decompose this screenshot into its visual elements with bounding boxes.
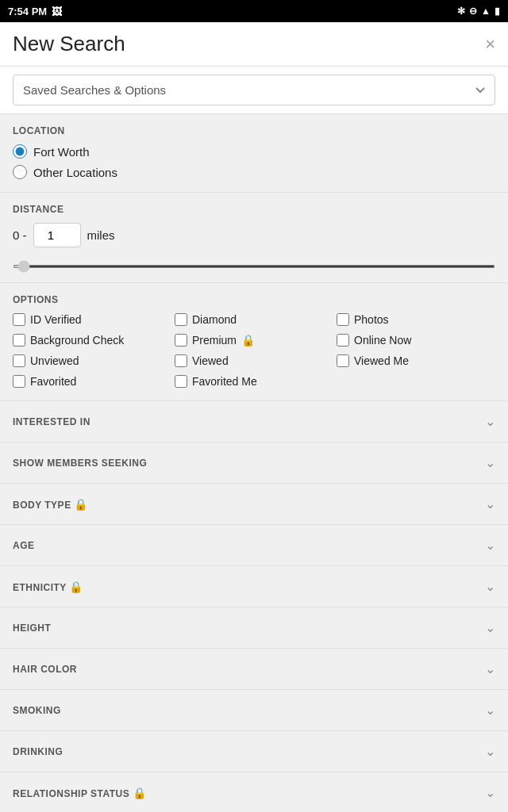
favorited-me-label: Favorited Me bbox=[192, 375, 257, 388]
section-age-title: AGE bbox=[13, 540, 35, 551]
relationship-status-lock-icon: 🔒 bbox=[133, 787, 147, 799]
collapsibles-container: INTERESTED IN ⌄ SHOW MEMBERS SEEKING ⌄ B… bbox=[0, 400, 508, 812]
section-interested-in: INTERESTED IN ⌄ bbox=[0, 400, 508, 442]
checkbox-premium[interactable]: Premium 🔒 bbox=[175, 334, 333, 347]
section-ethnicity: ETHNICITY 🔒 ⌄ bbox=[0, 565, 508, 607]
section-body-type-title: BODY TYPE 🔒 bbox=[13, 498, 88, 511]
time: 7:54 PM bbox=[8, 6, 47, 17]
checkbox-favorited-me[interactable]: Favorited Me bbox=[175, 375, 333, 388]
online-now-label: Online Now bbox=[354, 334, 411, 347]
fort-worth-radio[interactable] bbox=[13, 144, 27, 159]
id-verified-checkbox[interactable] bbox=[13, 313, 25, 326]
distance-min: 0 - bbox=[13, 228, 27, 242]
favorited-checkbox[interactable] bbox=[13, 375, 25, 388]
section-ethnicity-title: ETHNICITY 🔒 bbox=[13, 580, 83, 593]
options-section-label: OPTIONS bbox=[13, 294, 495, 305]
section-body-type: BODY TYPE 🔒 ⌄ bbox=[0, 483, 508, 524]
favorited-label: Favorited bbox=[30, 375, 76, 388]
other-locations-radio[interactable] bbox=[13, 165, 27, 179]
distance-section-label: DISTANCE bbox=[13, 204, 495, 215]
section-smoking: SMOKING ⌄ bbox=[0, 689, 508, 730]
status-bar-right: ✻ ⊖ ▲ ▮ bbox=[457, 6, 500, 17]
close-button[interactable]: × bbox=[485, 36, 495, 53]
section-show-members-seeking-header[interactable]: SHOW MEMBERS SEEKING ⌄ bbox=[0, 442, 508, 483]
section-smoking-title: SMOKING bbox=[13, 705, 61, 716]
diamond-checkbox[interactable] bbox=[175, 313, 187, 326]
chevron-down-icon-6: ⌄ bbox=[485, 620, 495, 635]
section-drinking-header[interactable]: DRINKING ⌄ bbox=[0, 731, 508, 772]
location-fort-worth[interactable]: Fort Worth bbox=[13, 144, 495, 159]
location-section: LOCATION Fort Worth Other Locations bbox=[0, 114, 508, 192]
checkbox-viewed[interactable]: Viewed bbox=[175, 354, 333, 367]
location-other[interactable]: Other Locations bbox=[13, 165, 495, 179]
other-locations-label: Other Locations bbox=[33, 166, 117, 179]
main-content: LOCATION Fort Worth Other Locations DIST… bbox=[0, 114, 508, 812]
id-verified-label: ID Verified bbox=[30, 313, 82, 326]
wifi-icon: ▲ bbox=[481, 6, 491, 17]
section-drinking: DRINKING ⌄ bbox=[0, 730, 508, 772]
chevron-down-icon-8: ⌄ bbox=[485, 703, 495, 718]
options-section: OPTIONS ID Verified Diamond Photos Backg… bbox=[0, 283, 508, 400]
online-now-checkbox[interactable] bbox=[337, 334, 349, 347]
saved-searches-row: Saved Searches & Options bbox=[0, 67, 508, 114]
section-relationship-status: RELATIONSHIP STATUS 🔒 ⌄ bbox=[0, 772, 508, 812]
diamond-label: Diamond bbox=[192, 313, 237, 326]
checkbox-viewed-me[interactable]: Viewed Me bbox=[337, 354, 495, 367]
distance-input[interactable] bbox=[33, 223, 81, 247]
viewed-me-label: Viewed Me bbox=[354, 354, 409, 367]
chevron-down-icon-5: ⌄ bbox=[485, 579, 495, 594]
section-interested-in-title: INTERESTED IN bbox=[13, 416, 90, 427]
section-smoking-header[interactable]: SMOKING ⌄ bbox=[0, 690, 508, 730]
checkbox-unviewed[interactable]: Unviewed bbox=[13, 354, 171, 367]
section-drinking-title: DRINKING bbox=[13, 746, 63, 757]
section-interested-in-header[interactable]: INTERESTED IN ⌄ bbox=[0, 401, 508, 442]
section-relationship-status-title: RELATIONSHIP STATUS 🔒 bbox=[13, 787, 147, 799]
premium-label: Premium bbox=[192, 334, 237, 347]
section-height-header[interactable]: HEIGHT ⌄ bbox=[0, 607, 508, 648]
section-age-header[interactable]: AGE ⌄ bbox=[0, 525, 508, 565]
photos-label: Photos bbox=[354, 313, 389, 326]
options-grid: ID Verified Diamond Photos Background Ch… bbox=[13, 313, 495, 388]
battery-icon: ▮ bbox=[495, 6, 500, 17]
viewed-me-checkbox[interactable] bbox=[337, 354, 349, 367]
checkbox-photos[interactable]: Photos bbox=[337, 313, 495, 326]
unviewed-label: Unviewed bbox=[30, 354, 79, 367]
photo-icon: 🖼 bbox=[52, 6, 62, 17]
distance-slider[interactable] bbox=[13, 265, 495, 268]
checkbox-favorited[interactable]: Favorited bbox=[13, 375, 171, 388]
premium-checkbox[interactable] bbox=[175, 334, 187, 347]
bluetooth-icon: ✻ bbox=[457, 6, 465, 17]
distance-row: 0 - miles bbox=[13, 223, 495, 247]
section-ethnicity-header[interactable]: ETHNICITY 🔒 ⌄ bbox=[0, 566, 508, 607]
page-title: New Search bbox=[13, 32, 125, 56]
section-show-members-seeking: SHOW MEMBERS SEEKING ⌄ bbox=[0, 442, 508, 483]
checkbox-id-verified[interactable]: ID Verified bbox=[13, 313, 171, 326]
chevron-down-icon-3: ⌄ bbox=[485, 496, 495, 511]
section-body-type-header[interactable]: BODY TYPE 🔒 ⌄ bbox=[0, 484, 508, 524]
checkbox-background-check[interactable]: Background Check bbox=[13, 334, 171, 347]
section-height: HEIGHT ⌄ bbox=[0, 607, 508, 648]
alarm-icon: ⊖ bbox=[469, 6, 477, 17]
distance-section: DISTANCE 0 - miles bbox=[0, 193, 508, 282]
favorited-me-checkbox[interactable] bbox=[175, 375, 187, 388]
background-check-label: Background Check bbox=[30, 334, 124, 347]
background-check-checkbox[interactable] bbox=[13, 334, 25, 347]
body-type-lock-icon: 🔒 bbox=[74, 498, 88, 511]
photos-checkbox[interactable] bbox=[337, 313, 349, 326]
saved-searches-select[interactable]: Saved Searches & Options bbox=[13, 75, 495, 105]
checkbox-online-now[interactable]: Online Now bbox=[337, 334, 495, 347]
section-hair-color-header[interactable]: HAIR COLOR ⌄ bbox=[0, 649, 508, 689]
section-age: AGE ⌄ bbox=[0, 524, 508, 565]
viewed-label: Viewed bbox=[192, 354, 229, 367]
chevron-down-icon-10: ⌄ bbox=[485, 785, 495, 800]
section-relationship-status-header[interactable]: RELATIONSHIP STATUS 🔒 ⌄ bbox=[0, 772, 508, 812]
checkbox-diamond[interactable]: Diamond bbox=[175, 313, 333, 326]
section-height-title: HEIGHT bbox=[13, 622, 51, 634]
unviewed-checkbox[interactable] bbox=[13, 354, 25, 367]
section-hair-color: HAIR COLOR ⌄ bbox=[0, 648, 508, 689]
chevron-down-icon-7: ⌄ bbox=[485, 661, 495, 676]
viewed-checkbox[interactable] bbox=[175, 354, 187, 367]
chevron-down-icon-2: ⌄ bbox=[485, 455, 495, 470]
location-section-label: LOCATION bbox=[13, 125, 495, 136]
chevron-down-icon-4: ⌄ bbox=[485, 538, 495, 553]
